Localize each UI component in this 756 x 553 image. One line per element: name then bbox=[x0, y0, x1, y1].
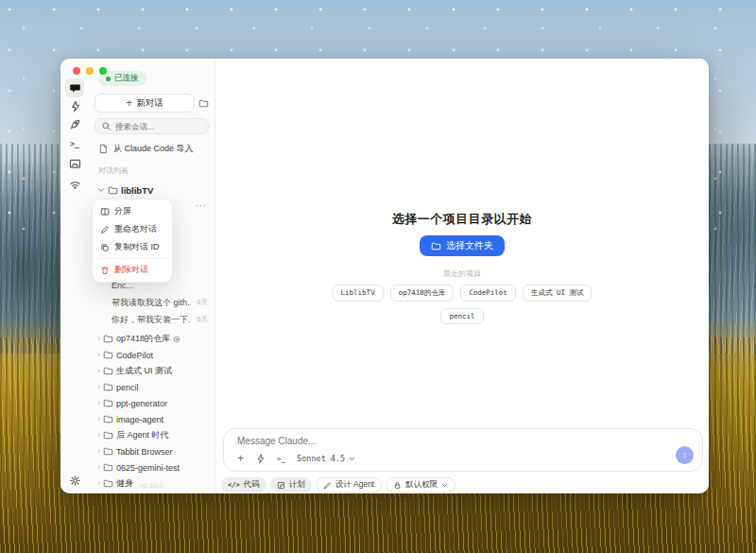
new-chat-button[interactable]: + 新对话 bbox=[94, 94, 195, 112]
mode-chip-code[interactable]: </> 代码 bbox=[221, 477, 266, 493]
chat-list-section-label: 对话列表 bbox=[98, 165, 215, 176]
connection-dot-icon bbox=[106, 77, 111, 81]
code-icon: </> bbox=[228, 481, 240, 489]
chevron-right-icon: › bbox=[97, 383, 100, 391]
minimize-window-button[interactable] bbox=[86, 67, 94, 75]
empty-state-title: 选择一个项目目录以开始 bbox=[215, 211, 709, 228]
mode-toolbar: </> 代码 计划 设计 Agent 默认权限 bbox=[221, 477, 455, 493]
folder-name: op7418的仓库 bbox=[116, 333, 170, 345]
recent-project-chip[interactable]: 生成式 UI 测试 bbox=[523, 285, 593, 302]
folder-name: image-agent bbox=[116, 415, 163, 424]
chevron-right-icon: › bbox=[97, 335, 100, 343]
folder-icon bbox=[103, 462, 113, 473]
pen-icon bbox=[323, 481, 332, 490]
project-folder[interactable]: › 后 Agent 时代 bbox=[89, 427, 215, 443]
folder-icon bbox=[431, 241, 441, 251]
project-folder[interactable]: › pencil bbox=[89, 379, 215, 395]
rocket-icon[interactable] bbox=[65, 114, 84, 133]
spark-icon[interactable] bbox=[255, 454, 266, 464]
menu-item-delete[interactable]: 删除对话 bbox=[95, 261, 169, 279]
recent-project-chip[interactable]: LiblibTV bbox=[333, 285, 384, 302]
spark-icon[interactable] bbox=[65, 96, 84, 115]
folder-icon bbox=[103, 350, 113, 360]
split-screen-icon bbox=[100, 207, 110, 216]
menu-item-split[interactable]: 分屏 bbox=[95, 202, 169, 220]
mode-chip-plan[interactable]: 计划 bbox=[270, 477, 312, 493]
zoom-window-button[interactable] bbox=[99, 67, 107, 75]
chat-options-icon[interactable]: ··· bbox=[196, 201, 207, 211]
folder-name: CodePilot bbox=[116, 351, 153, 360]
project-folder[interactable]: › 0625-gemini-test bbox=[89, 459, 215, 475]
chevron-right-icon: › bbox=[97, 463, 100, 472]
app-window: >_ 已连接 + 新对话 从 Clau bbox=[60, 59, 709, 493]
app-version: v0.10.0 bbox=[89, 481, 215, 490]
terminal-icon[interactable]: >_ bbox=[277, 455, 285, 463]
project-folder[interactable]: › ppt-generator bbox=[89, 395, 215, 411]
folder-icon bbox=[103, 430, 113, 441]
send-button[interactable]: ↑ bbox=[676, 446, 694, 464]
folder-name: 后 Agent 时代 bbox=[116, 429, 169, 441]
chevron-right-icon: › bbox=[97, 351, 100, 359]
wifi-icon[interactable] bbox=[65, 175, 84, 194]
message-composer: + >_ Sonnet 4.5 ↑ bbox=[223, 428, 703, 472]
project-folder[interactable]: › Tabbit Browser bbox=[89, 443, 215, 459]
lock-icon bbox=[393, 481, 402, 490]
copy-icon bbox=[100, 243, 110, 252]
chevron-down-icon bbox=[97, 186, 105, 194]
settings-gear-icon[interactable] bbox=[65, 471, 84, 490]
menu-item-rename[interactable]: 重命名对话 bbox=[95, 220, 169, 238]
chevron-right-icon: › bbox=[97, 447, 100, 456]
recent-project-chip[interactable]: op7418的仓库 bbox=[390, 285, 455, 302]
chat-item[interactable]: 帮我读取我这个 gith... 6天 bbox=[89, 294, 215, 311]
terminal-icon[interactable]: >_ bbox=[65, 134, 84, 153]
folder-name: pencil bbox=[116, 383, 139, 392]
project-folder-liblibtv[interactable]: liblibTV bbox=[89, 182, 215, 198]
project-folder[interactable]: › op7418的仓库 bbox=[89, 331, 215, 347]
chat-context-menu: 分屏 重命名对话 复制对话 ID 删除对话 bbox=[92, 199, 173, 283]
folder-icon bbox=[103, 382, 113, 392]
chat-title: 帮我读取我这个 gith... bbox=[112, 297, 191, 309]
trash-icon bbox=[100, 266, 110, 275]
model-selector[interactable]: Sonnet 4.5 bbox=[297, 454, 355, 463]
plan-icon bbox=[277, 481, 285, 490]
permissions-dropdown[interactable]: 默认权限 bbox=[386, 477, 455, 493]
attach-plus-icon[interactable]: + bbox=[237, 453, 244, 464]
project-folder[interactable]: › image-agent bbox=[89, 411, 215, 427]
message-input[interactable] bbox=[237, 436, 664, 446]
document-icon bbox=[98, 144, 109, 154]
close-window-button[interactable] bbox=[73, 67, 80, 75]
folder-name: liblibTV bbox=[121, 185, 153, 196]
chat-item[interactable]: 你好，帮我安装一下... 6天 bbox=[89, 311, 215, 328]
github-icon bbox=[173, 336, 180, 343]
folder-name: 0625-gemini-test bbox=[116, 463, 180, 473]
open-folder-icon[interactable] bbox=[198, 98, 209, 109]
search-icon bbox=[101, 121, 112, 131]
main-panel: 选择一个项目目录以开始 选择文件夹 最近的项目 LiblibTV op7418的… bbox=[215, 59, 709, 493]
chat-age: 6天 bbox=[197, 298, 208, 307]
icon-rail: >_ bbox=[60, 59, 89, 493]
chevron-right-icon: › bbox=[97, 431, 100, 440]
pencil-icon bbox=[100, 225, 110, 234]
arrow-up-icon: ↑ bbox=[682, 450, 687, 460]
project-folder[interactable]: › CodePilot bbox=[89, 347, 215, 363]
folder-icon bbox=[103, 446, 113, 457]
menu-item-copy-id[interactable]: 复制对话 ID bbox=[95, 238, 169, 256]
chats-icon[interactable] bbox=[65, 78, 84, 97]
folder-icon bbox=[103, 414, 113, 424]
claude-code-import[interactable]: 从 Claude Code 导入 bbox=[98, 143, 209, 155]
recent-project-chip[interactable]: pencil bbox=[440, 308, 483, 324]
chevron-down-icon bbox=[441, 482, 448, 489]
chat-age: 6天 bbox=[197, 315, 208, 324]
import-label: 从 Claude Code 导入 bbox=[113, 143, 194, 155]
mode-chip-design-agent[interactable]: 设计 Agent bbox=[316, 477, 383, 493]
recent-project-chip[interactable]: CodePilot bbox=[460, 285, 516, 302]
choose-folder-button[interactable]: 选择文件夹 bbox=[420, 235, 505, 256]
chevron-right-icon: › bbox=[97, 399, 100, 407]
model-name: Sonnet 4.5 bbox=[297, 454, 345, 463]
folder-icon bbox=[103, 398, 113, 408]
folder-name: Tabbit Browser bbox=[116, 447, 173, 457]
screenshot-icon[interactable] bbox=[65, 154, 84, 173]
project-folder[interactable]: › 生成式 UI 测试 bbox=[89, 363, 215, 379]
search-input[interactable] bbox=[115, 122, 202, 131]
connection-label: 已连接 bbox=[114, 73, 139, 84]
